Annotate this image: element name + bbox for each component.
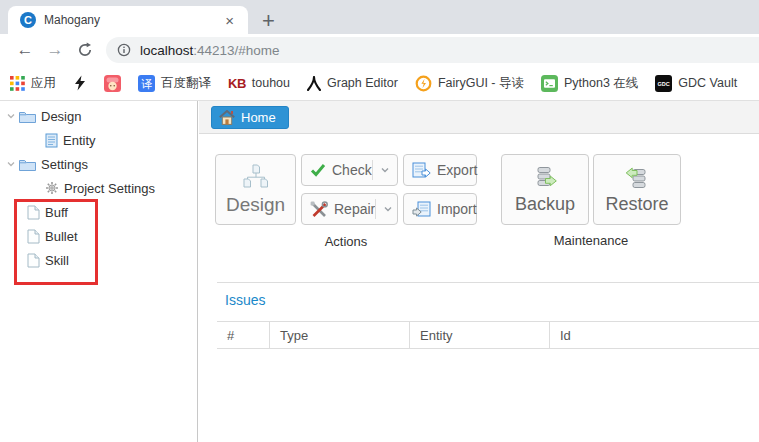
person-icon — [307, 76, 321, 91]
bookmark-baidu-translate[interactable]: 译 百度翻译 — [138, 75, 211, 92]
export-icon — [412, 162, 431, 179]
bookmark-python3[interactable]: Python3 在线 — [541, 75, 638, 92]
tree-node-entity[interactable]: Entity — [0, 128, 197, 152]
tree-node-project-settings[interactable]: Project Settings — [0, 176, 197, 200]
kb-icon: KB — [228, 76, 246, 91]
browser-tab-bar: C Mahogany × + — [0, 0, 759, 34]
check-label: Check — [332, 162, 372, 178]
export-label: Export — [437, 162, 477, 178]
tree-label: Buff — [45, 205, 68, 220]
restore-icon — [624, 165, 651, 191]
repair-dropdown[interactable] — [375, 199, 393, 219]
main-content: Home Design Check — [199, 101, 759, 442]
gdc-icon: GDC — [655, 75, 672, 92]
import-button[interactable]: Import — [403, 193, 477, 225]
restore-label: Restore — [605, 194, 668, 215]
repair-label: Repair — [334, 201, 375, 217]
issues-table-header: # Type Entity Id — [217, 321, 759, 349]
tree-node-bullet[interactable]: Bullet — [0, 224, 197, 248]
issues-panel: Issues # Type Entity Id — [217, 282, 759, 349]
chevron-down-icon — [383, 205, 393, 213]
url-text: localhost:44213/#home — [140, 43, 280, 58]
tab-title: Mahogany — [44, 13, 219, 27]
design-icon — [241, 164, 271, 191]
check-icon — [310, 163, 326, 177]
document-icon — [45, 133, 58, 148]
check-button[interactable]: Check — [301, 154, 398, 186]
tab-home[interactable]: Home — [211, 106, 289, 129]
chevron-down-icon[interactable] — [5, 158, 19, 170]
tree-node-buff[interactable]: Buff — [0, 200, 197, 224]
tree-label: Entity — [63, 133, 96, 148]
backup-button[interactable]: Backup — [501, 154, 589, 225]
forward-icon[interactable]: → — [40, 40, 70, 60]
bookmark-pink-app[interactable] — [104, 75, 121, 92]
import-label: Import — [437, 201, 477, 217]
backup-label: Backup — [515, 194, 575, 215]
folder-icon — [19, 110, 36, 123]
app-page: Design Entity Settings — [0, 101, 759, 442]
bookmark-touhou[interactable]: KB touhou — [228, 76, 290, 91]
pink-app-icon — [104, 75, 121, 92]
chevron-down-icon[interactable] — [5, 110, 19, 122]
browser-tab[interactable]: C Mahogany × — [8, 6, 248, 34]
tree-label: Project Settings — [64, 181, 155, 196]
translate-icon: 译 — [138, 75, 155, 92]
bookmark-label: 应用 — [31, 75, 56, 92]
restore-button[interactable]: Restore — [593, 154, 681, 225]
column-header-number[interactable]: # — [217, 322, 270, 348]
tree-label: Settings — [41, 157, 88, 172]
chevron-down-icon — [380, 166, 390, 174]
column-header-id[interactable]: Id — [550, 322, 759, 348]
tree-node-settings[interactable]: Settings — [0, 152, 197, 176]
address-bar[interactable]: localhost:44213/#home — [106, 37, 759, 63]
sidebar-tree: Design Entity Settings — [0, 101, 198, 442]
page-icon — [27, 253, 40, 268]
export-button[interactable]: Export — [403, 154, 477, 186]
page-icon — [27, 205, 40, 220]
bookmark-graph-editor[interactable]: Graph Editor — [307, 76, 398, 91]
tab-close-icon[interactable]: × — [219, 12, 240, 29]
bookmark-fairygui[interactable]: FairyGUI - 导读 — [415, 75, 524, 92]
browser-window: C Mahogany × + ← → localhost:44213/#home — [0, 0, 759, 442]
backup-icon — [532, 165, 559, 191]
new-tab-button[interactable]: + — [262, 8, 275, 34]
info-icon[interactable] — [117, 43, 131, 57]
bookmark-gdc-vault[interactable]: GDC GDC Vault — [655, 75, 737, 92]
issues-title: Issues — [225, 292, 759, 308]
tree-label: Bullet — [45, 229, 78, 244]
tree-label: Design — [41, 109, 81, 124]
design-label: Design — [226, 194, 285, 216]
orange-ring-icon — [415, 75, 432, 92]
tree-label: Skill — [45, 253, 69, 268]
design-button[interactable]: Design — [215, 154, 296, 225]
site-favicon: C — [20, 12, 36, 28]
folder-icon — [19, 158, 36, 171]
green-terminal-icon — [541, 75, 558, 92]
page-icon — [27, 229, 40, 244]
maintenance-group-label: Maintenance — [501, 233, 681, 248]
repair-button[interactable]: Repair — [301, 193, 398, 225]
bookmark-lightning[interactable] — [73, 75, 87, 91]
import-icon — [412, 201, 431, 218]
content-tab-bar: Home — [199, 101, 759, 134]
column-header-type[interactable]: Type — [270, 322, 410, 348]
actions-group-label: Actions — [256, 234, 436, 249]
column-header-entity[interactable]: Entity — [410, 322, 550, 348]
tab-home-label: Home — [241, 110, 276, 125]
reload-icon[interactable] — [70, 42, 100, 58]
check-dropdown[interactable] — [372, 160, 390, 180]
home-icon — [219, 110, 235, 125]
lightning-icon — [73, 75, 87, 91]
svg-text:GDC: GDC — [658, 81, 670, 87]
apps-grid-icon — [10, 76, 25, 91]
svg-text:译: 译 — [141, 77, 152, 89]
tree-node-design[interactable]: Design — [0, 104, 197, 128]
bookmarks-bar: 应用 译 百度翻译 KB touhou G — [0, 66, 759, 101]
repair-icon — [310, 201, 328, 218]
gear-icon — [45, 181, 59, 195]
browser-toolbar: ← → localhost:44213/#home — [0, 34, 759, 66]
back-icon[interactable]: ← — [10, 40, 40, 60]
bookmark-apps[interactable]: 应用 — [10, 75, 56, 92]
tree-node-skill[interactable]: Skill — [0, 248, 197, 272]
